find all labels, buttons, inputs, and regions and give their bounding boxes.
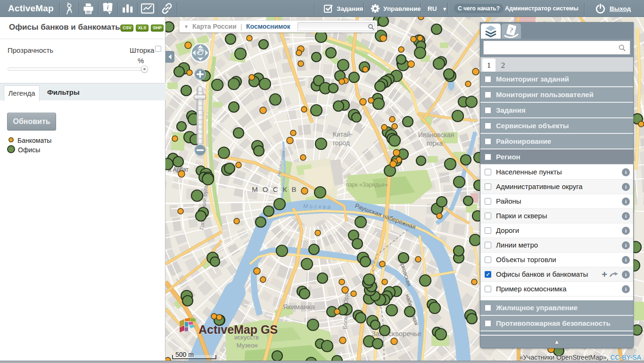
svg-text:Китай-: Китай- (333, 131, 353, 138)
svg-text:Ивановская: Ивановская (418, 131, 454, 139)
svg-text:Якиманка: Якиманка (283, 303, 315, 311)
svg-text:Музеон: Музеон (237, 342, 258, 349)
svg-text:i: i (107, 4, 108, 10)
svg-text:М о с к в а: М о с к в а (303, 203, 331, 210)
svg-text:парк «Зарядье»: парк «Зарядье» (346, 182, 388, 188)
svg-text:город: город (333, 139, 350, 147)
svg-text:М О С К В А: М О С К В А (252, 185, 307, 193)
svg-text:горка: горка (427, 140, 443, 147)
svg-text:Замоскворечье: Замоскворечье (372, 330, 421, 338)
